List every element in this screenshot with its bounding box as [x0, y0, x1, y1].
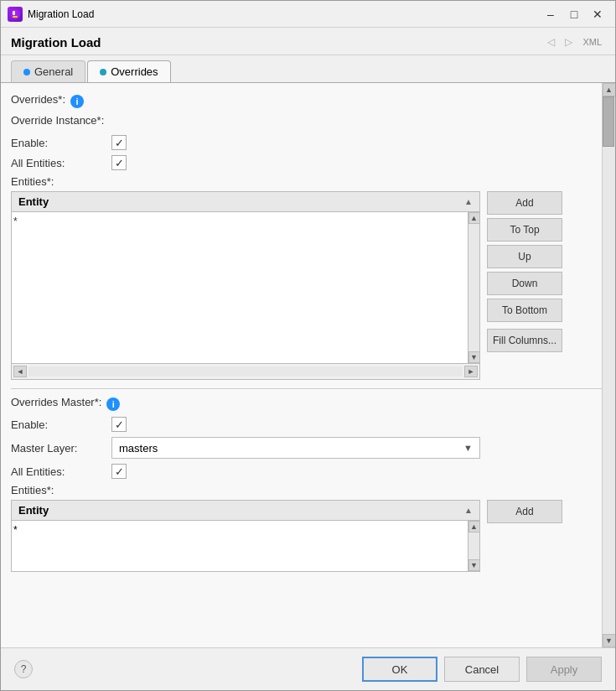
- general-tab-label: General: [34, 65, 73, 78]
- app-icon: [8, 7, 23, 22]
- master-vscroll: ▲ ▼: [468, 521, 479, 571]
- master-table-scroll-up[interactable]: ▲: [464, 506, 473, 515]
- master-layer-value: masters: [119, 442, 158, 455]
- main-panel: Overrides*: i Override Instance*: Enable…: [1, 83, 602, 647]
- window-title: Migration Load: [11, 35, 101, 49]
- apply-button[interactable]: Apply: [526, 657, 602, 682]
- main-scroll-down[interactable]: ▼: [603, 634, 616, 647]
- enable-checkbox[interactable]: ✓: [111, 135, 127, 150]
- enable-row: Enable: ✓: [11, 135, 602, 150]
- footer: ? OK Cancel Apply: [1, 647, 615, 690]
- master-all-entities-checkbox[interactable]: ✓: [111, 464, 127, 479]
- table-body-area: * ▲ ▼: [12, 212, 479, 363]
- entities-table-wrapper: Entity ▲ * ▲ ▼: [11, 191, 480, 380]
- hscroll-left[interactable]: ◄: [13, 366, 27, 377]
- main-scroll-up[interactable]: ▲: [603, 83, 616, 96]
- minimize-button[interactable]: –: [540, 6, 562, 23]
- master-layer-label: Master Layer:: [11, 442, 111, 455]
- general-tab-dot: [23, 69, 30, 75]
- fill-columns-button[interactable]: Fill Columns...: [487, 329, 562, 352]
- entity-column-header: Entity: [18, 195, 49, 208]
- master-enable-checkbox[interactable]: ✓: [111, 417, 127, 432]
- master-vscroll-up[interactable]: ▲: [468, 521, 480, 533]
- section-divider: [11, 388, 602, 389]
- tab-overrides[interactable]: Overrides: [87, 60, 170, 82]
- overrides-info-icon[interactable]: i: [70, 95, 84, 108]
- close-button[interactable]: ✕: [587, 6, 608, 23]
- override-instance-label: Override Instance*:: [11, 114, 104, 127]
- override-instance-row: Override Instance*:: [11, 114, 602, 130]
- master-enable-label: Enable:: [11, 418, 111, 431]
- overrides-tab-dot: [100, 69, 106, 75]
- master-table-body[interactable]: *: [12, 521, 468, 571]
- master-entity-column-header: Entity ▲: [12, 501, 479, 521]
- vscroll-down[interactable]: ▼: [468, 351, 480, 363]
- cancel-button[interactable]: Cancel: [444, 657, 520, 682]
- up-button[interactable]: Up: [487, 245, 562, 268]
- all-entities-checkbox[interactable]: ✓: [111, 155, 127, 170]
- entities-table-header: Entity ▲: [12, 192, 479, 212]
- window-controls: – □ ✕: [540, 6, 608, 23]
- table-body[interactable]: *: [12, 212, 468, 363]
- master-layer-row: Master Layer: masters ▼: [11, 437, 602, 459]
- down-button[interactable]: Down: [487, 272, 562, 295]
- dropdown-arrow-icon: ▼: [463, 443, 473, 453]
- svg-rect-2: [13, 16, 18, 18]
- footer-buttons: OK Cancel Apply: [362, 657, 602, 682]
- tab-general[interactable]: General: [11, 60, 85, 82]
- table-scroll-up[interactable]: ▲: [464, 197, 473, 206]
- help-button[interactable]: ?: [14, 660, 33, 678]
- master-entities-table: Entity ▲ * ▲ ▼: [11, 500, 480, 572]
- hscroll-right[interactable]: ►: [464, 366, 478, 377]
- content-area: Overrides*: i Override Instance*: Enable…: [1, 82, 615, 647]
- entities-label-row: Entities*:: [11, 175, 602, 188]
- scroll-thumb[interactable]: [603, 96, 614, 147]
- master-all-entities-row: All Entities: ✓: [11, 464, 602, 479]
- master-entities-label-row: Entities*:: [11, 484, 602, 496]
- entities-table-section: Entity ▲ * ▲ ▼: [11, 191, 602, 380]
- master-star-marker: *: [13, 524, 18, 536]
- master-entity-header: Entity: [18, 504, 49, 517]
- overrides-tab-label: Overrides: [111, 65, 158, 78]
- overrides-label: Overrides*:: [11, 93, 65, 106]
- scroll-thumb-area: [603, 96, 615, 634]
- back-arrow-button[interactable]: ◁: [544, 34, 558, 49]
- maximize-button[interactable]: □: [563, 6, 585, 23]
- vscroll-up[interactable]: ▲: [468, 212, 480, 224]
- svg-rect-1: [13, 11, 15, 15]
- enable-checkmark: ✓: [115, 137, 124, 149]
- entities-side-buttons: Add To Top Up Down To Bottom Fill Column…: [487, 191, 562, 352]
- add-button[interactable]: Add: [487, 191, 562, 215]
- forward-arrow-button[interactable]: ▷: [562, 34, 576, 49]
- all-entities-row: All Entities: ✓: [11, 155, 602, 170]
- master-entities-table-section: Entity ▲ * ▲ ▼: [11, 500, 602, 572]
- table-star-marker: *: [13, 216, 18, 227]
- master-all-entities-checkmark: ✓: [115, 465, 124, 478]
- overrides-master-row: Overrides Master*: i: [11, 396, 602, 412]
- master-table-wrapper: Entity ▲ * ▲ ▼: [11, 500, 480, 572]
- master-vscroll-down[interactable]: ▼: [468, 559, 480, 571]
- all-entities-label: All Entities:: [11, 157, 111, 169]
- overrides-master-info-icon[interactable]: i: [106, 397, 120, 411]
- master-enable-row: Enable: ✓: [11, 417, 602, 432]
- to-top-button[interactable]: To Top: [487, 218, 562, 242]
- master-add-button[interactable]: Add: [487, 500, 562, 523]
- overrides-master-label: Overrides Master*:: [11, 396, 101, 408]
- title-bar: Migration Load – □ ✕: [1, 1, 615, 28]
- enable-label: Enable:: [11, 137, 111, 149]
- xml-controls: ◁ ▷ XML: [544, 34, 605, 49]
- overrides-row: Overrides*: i: [11, 93, 602, 109]
- master-entities-star-label: Entities*:: [11, 484, 54, 496]
- to-bottom-button[interactable]: To Bottom: [487, 299, 562, 322]
- master-vscroll-thumb: [468, 533, 479, 559]
- entities-table: Entity ▲ * ▲ ▼: [11, 191, 480, 380]
- ok-button[interactable]: OK: [362, 657, 437, 682]
- master-layer-dropdown[interactable]: masters ▼: [111, 437, 480, 459]
- main-window: Migration Load – □ ✕ Migration Load ◁ ▷ …: [0, 0, 616, 691]
- tab-bar: General Overrides: [1, 55, 615, 82]
- xml-button[interactable]: XML: [579, 35, 605, 49]
- main-scrollbar: ▲ ▼: [602, 83, 615, 647]
- master-side-buttons: Add: [487, 500, 562, 523]
- hscroll-track: [28, 366, 463, 377]
- all-entities-checkmark: ✓: [115, 157, 124, 169]
